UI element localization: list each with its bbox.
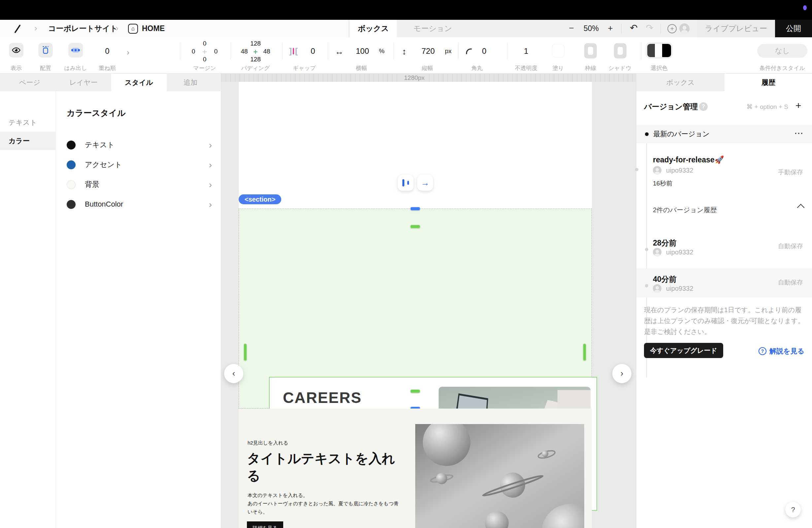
upgrade-button[interactable]: 今すぐアップグレード [644, 343, 723, 358]
help-icon[interactable]: ? [699, 102, 708, 111]
spacing-tool-button[interactable] [398, 175, 414, 191]
zoom-level[interactable]: 50% [580, 20, 603, 37]
more-options-icon[interactable]: ⋯ [794, 125, 804, 142]
user-avatar [653, 284, 662, 293]
divider [507, 43, 507, 60]
border-swatch[interactable] [584, 43, 597, 58]
save-type: 自動保存 [778, 242, 803, 250]
tab-history-panel[interactable]: 履歴 [725, 74, 812, 91]
user-avatar [653, 248, 662, 256]
carousel-next-button[interactable]: › [612, 364, 632, 383]
divider [328, 43, 328, 60]
padding-control[interactable]: 128 48 48 128 + [236, 39, 275, 64]
next-section-button[interactable]: 詳細を見る [247, 522, 283, 528]
subnav-text[interactable]: テキスト [0, 113, 56, 132]
status-dot [803, 5, 807, 10]
collapse-icon[interactable] [797, 204, 805, 211]
version-entry[interactable]: ready-for-release🚀 uipo9332 手動保存 16秒前 [636, 156, 812, 195]
version-entry[interactable]: 40分前 uipo9332 自動保存 [636, 274, 812, 300]
publish-button[interactable]: 公開 [775, 20, 812, 37]
margin-top-handle[interactable] [410, 207, 420, 210]
next-section-eyebrow[interactable]: h2見出しを入れる [248, 440, 288, 446]
user-avatar[interactable] [679, 24, 690, 34]
color-name: ButtonColor [85, 200, 209, 208]
next-section[interactable]: h2見出しを入れる タイトルテキストを入れ る 本文のテキストを入れる。 あのイ… [238, 409, 592, 528]
shadow-swatch[interactable] [614, 43, 626, 58]
breadcrumb-page[interactable]: HOME [142, 20, 165, 37]
design-canvas[interactable]: 1280px → <section> CAREERS わたしたちは個のちからを最… [221, 74, 636, 528]
height-unit[interactable]: px [445, 47, 452, 55]
padding-left-handle[interactable] [244, 343, 247, 361]
width-value[interactable]: 100 [349, 46, 376, 56]
careers-title[interactable]: CAREERS [283, 389, 362, 407]
z-order-value[interactable]: 0 [97, 46, 117, 56]
version-user: uipo9332 [666, 285, 693, 292]
tab-styles[interactable]: スタイル [111, 74, 167, 91]
overflow-button[interactable] [68, 43, 83, 57]
padding-top-handle[interactable] [410, 225, 420, 229]
tab-add[interactable]: 追加 [168, 74, 214, 91]
tab-box-panel[interactable]: ボックス [636, 74, 725, 91]
chevron-right-icon: › [209, 200, 212, 209]
version-user: uipo9332 [666, 167, 693, 174]
zoom-in-button[interactable]: + [604, 20, 617, 37]
arrange-button[interactable] [38, 43, 53, 57]
pencil-icon[interactable] [13, 24, 22, 33]
color-style-row[interactable]: テキスト › [67, 138, 212, 151]
invite-icon[interactable]: + [667, 24, 677, 33]
chevron-right-icon[interactable]: › [127, 48, 129, 57]
version-entry[interactable]: 28分前 uipo9332 自動保存 [636, 238, 812, 264]
version-title: 40分前 [653, 274, 677, 284]
padding-label: パディング [238, 65, 273, 72]
conditional-style-button[interactable]: なし [757, 44, 807, 58]
planets-image[interactable] [415, 424, 584, 528]
tab-motion[interactable]: モーション [409, 20, 456, 37]
redo-icon[interactable]: ↷ [642, 20, 657, 37]
direction-tool-button[interactable]: → [417, 175, 433, 191]
zoom-out-button[interactable]: − [565, 20, 578, 37]
visibility-button[interactable] [9, 43, 24, 57]
margin-bottom: 0 [195, 56, 215, 63]
swatch-segment [655, 44, 663, 57]
tab-box[interactable]: ボックス [350, 20, 397, 37]
version-user: uipo9332 [666, 249, 693, 256]
chevron-right-icon: › [621, 368, 624, 378]
color-style-row[interactable]: ButtonColor › [67, 198, 212, 211]
radius-value[interactable]: 0 [476, 46, 492, 56]
gap-value[interactable]: 0 [303, 46, 323, 56]
subnav-color[interactable]: カラー [0, 132, 56, 150]
next-section-title[interactable]: タイトルテキストを入れ る [247, 450, 405, 484]
padding-right: 48 [257, 48, 277, 55]
color-name: アクセント [85, 160, 209, 170]
divider [661, 24, 661, 34]
color-name: 背景 [85, 179, 209, 189]
margin-top: 0 [195, 40, 215, 47]
height-arrow-icon: ↕ [402, 46, 406, 57]
color-style-row[interactable]: 背景 › [67, 178, 212, 191]
fill-swatch[interactable] [552, 44, 564, 57]
width-unit[interactable]: % [379, 47, 385, 55]
opacity-value[interactable]: 1 [516, 46, 537, 56]
selected-section[interactable]: CAREERS わたしたちは個のちからを最大限に活かしたチーム戦を実践し ていま… [238, 208, 592, 409]
color-style-row[interactable]: アクセント › [67, 158, 212, 171]
live-preview-button[interactable]: ライブプレビュー [697, 20, 775, 37]
height-label: 縦幅 [411, 65, 444, 72]
section-tag-badge[interactable]: <section> [238, 194, 281, 204]
padding-bottom-handle[interactable] [410, 390, 420, 393]
breadcrumb-site[interactable]: コーポレートサイト [48, 20, 118, 37]
help-floating-button[interactable]: ? [785, 502, 801, 517]
height-value[interactable]: 720 [413, 46, 443, 56]
carousel-prev-button[interactable]: ‹ [224, 364, 243, 383]
undo-icon[interactable]: ↶ [626, 20, 641, 37]
select-color-swatch[interactable] [646, 43, 672, 58]
tab-layers[interactable]: レイヤー [60, 74, 106, 91]
radius-label: 角丸 [462, 65, 492, 72]
add-version-button[interactable]: + [796, 100, 801, 111]
chevron-right-icon: › [209, 141, 212, 149]
margin-control[interactable]: 0 0 0 0 + [185, 39, 224, 64]
tab-pages[interactable]: ページ [6, 74, 53, 91]
help-link[interactable]: ? 解説を見る [758, 347, 804, 356]
next-section-body[interactable]: 本文のテキストを入れる。 あのイーハトーヴォのすきとおった風、夏でも底に冷たさを… [248, 491, 400, 516]
latest-version-row[interactable]: 最新のバージョン ⋯ [636, 125, 812, 143]
padding-right-handle[interactable] [583, 343, 586, 361]
